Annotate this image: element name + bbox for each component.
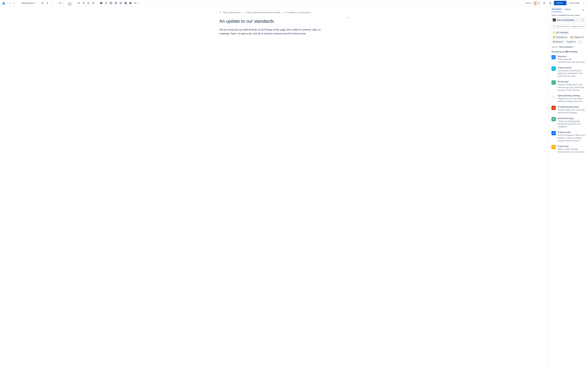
text-color-button[interactable]: A bbox=[67, 1, 73, 5]
indent-button[interactable] bbox=[91, 1, 95, 5]
filter-chip[interactable]: Promoted6 bbox=[551, 40, 565, 44]
template-item[interactable]: Project KickoffStart projects effectivel… bbox=[551, 66, 585, 78]
template-title: Project poster bbox=[558, 131, 585, 134]
filter-chip[interactable]: 🏆Featured14 bbox=[551, 35, 568, 39]
template-description: Organize and run your sprint planning me… bbox=[558, 97, 585, 103]
redo-button[interactable] bbox=[12, 1, 17, 5]
svg-point-29 bbox=[585, 3, 585, 3]
toolbar-right-group: Saved Publish... Close draft bbox=[525, 1, 586, 5]
template-search-input[interactable] bbox=[556, 25, 584, 28]
chevron-down-icon bbox=[582, 19, 584, 21]
template-search[interactable] bbox=[551, 24, 585, 29]
template-description: Define, scope, and plan milestones for y… bbox=[558, 148, 585, 153]
italic-button[interactable] bbox=[45, 1, 50, 5]
toolbar-separator bbox=[38, 1, 39, 5]
tab-import[interactable]: Import bbox=[565, 8, 571, 12]
svg-rect-40 bbox=[553, 146, 554, 148]
filter-chip[interactable]: 🔥Popular15 bbox=[569, 35, 585, 39]
breadcrumb-item[interactable]: Banc.ly Marketing bbox=[223, 11, 240, 14]
template-item[interactable]: Troubleshooting articleProvide solutions… bbox=[551, 106, 585, 114]
filter-chip[interactable]: ⭐My Templates bbox=[551, 31, 569, 34]
link-button[interactable] bbox=[104, 1, 108, 5]
svg-rect-24 bbox=[130, 2, 131, 4]
toolbar-left-group: Normal text A 123 bbox=[2, 1, 139, 5]
emoji-button[interactable] bbox=[118, 1, 123, 5]
close-draft-button[interactable]: Close draft bbox=[568, 1, 580, 5]
template-title: Project plan bbox=[558, 145, 585, 147]
breadcrumb-item[interactable]: Banc.ly Brand Standards and Guide… bbox=[247, 11, 282, 14]
action-item-button[interactable] bbox=[99, 1, 104, 5]
sort-dropdown[interactable]: Recommended bbox=[559, 46, 575, 48]
chevron-down-icon bbox=[62, 2, 63, 4]
chip-count: 15 bbox=[581, 36, 584, 38]
publish-button[interactable]: Publish... bbox=[554, 1, 567, 5]
template-title: Sprint planning meeting bbox=[558, 94, 585, 97]
template-description: Share news and announcements with your t… bbox=[558, 58, 585, 63]
breadcrumb-item[interactable]: ... bbox=[242, 11, 244, 14]
chevron-down-icon bbox=[70, 2, 72, 4]
insert-dropdown[interactable] bbox=[133, 1, 139, 5]
page-body[interactable]: Did you know you can add all kinds of co… bbox=[219, 28, 330, 35]
chip-label: Promoted bbox=[553, 41, 561, 43]
chip-emoji-icon: ⭐ bbox=[553, 31, 555, 34]
template-item[interactable]: Introductory blogCreate an interesting b… bbox=[551, 117, 585, 128]
svg-point-30 bbox=[553, 26, 555, 27]
main-area: Banc.ly Marketing / ... / Banc.ly Brand … bbox=[0, 6, 588, 370]
template-item[interactable]: Blog postShare news and announcements wi… bbox=[551, 55, 585, 63]
template-item[interactable]: 90-day planCreate a 90-day plan to help … bbox=[551, 81, 585, 92]
displaying-count-label: Displaying all 139 templates. bbox=[551, 51, 585, 53]
outdent-button[interactable] bbox=[86, 1, 91, 5]
template-icon bbox=[551, 81, 556, 85]
space-icon: ◆ bbox=[553, 19, 556, 21]
tab-templates[interactable]: Templates bbox=[551, 8, 562, 12]
chevron-down-icon bbox=[34, 2, 36, 4]
align-dropdown[interactable] bbox=[58, 1, 64, 5]
text-color-swatch bbox=[68, 5, 72, 5]
svg-rect-14 bbox=[83, 4, 84, 4]
breadcrumb-current: An update to our standards bbox=[285, 11, 310, 14]
svg-point-34 bbox=[553, 82, 554, 82]
sort-row: Sort by Recommended bbox=[551, 46, 585, 48]
svg-point-33 bbox=[580, 42, 580, 42]
sort-value: Recommended bbox=[559, 46, 572, 48]
svg-point-21 bbox=[121, 3, 121, 3]
app-logo-icon[interactable] bbox=[2, 1, 6, 5]
template-icon bbox=[551, 55, 556, 59]
pencil-icon bbox=[219, 11, 221, 14]
layouts-button[interactable] bbox=[128, 1, 133, 5]
more-actions-button[interactable] bbox=[582, 1, 586, 5]
template-description: Provide solutions for commonly encounter… bbox=[558, 109, 585, 114]
add-collaborator-button[interactable] bbox=[536, 1, 541, 5]
more-filters-button[interactable] bbox=[578, 40, 582, 44]
more-formatting-button[interactable] bbox=[50, 1, 54, 5]
bold-button[interactable] bbox=[40, 1, 45, 5]
close-panel-button[interactable] bbox=[581, 8, 585, 12]
template-item[interactable]: Project posterUse this template to defin… bbox=[551, 131, 585, 142]
svg-point-25 bbox=[544, 2, 545, 4]
toolbar-separator bbox=[97, 1, 97, 5]
template-list: Blog postShare news and announcements wi… bbox=[551, 55, 585, 153]
image-button[interactable] bbox=[109, 1, 113, 5]
filter-chip[interactable]: Custom9 bbox=[566, 40, 577, 44]
restrictions-button[interactable] bbox=[548, 1, 553, 5]
filter-chips: ⭐My Templates🏆Featured14🔥Popular15Promot… bbox=[551, 31, 585, 44]
svg-text:3: 3 bbox=[83, 3, 83, 4]
number-list-button[interactable]: 123 bbox=[81, 1, 86, 5]
page-title[interactable]: An update to our standards bbox=[219, 19, 330, 24]
find-replace-button[interactable] bbox=[542, 1, 547, 5]
panel-tabs: Templates Import bbox=[549, 6, 588, 12]
chip-label: My Templates bbox=[556, 31, 568, 34]
template-item[interactable]: Sprint planning meetingOrganize and run … bbox=[551, 94, 585, 103]
saved-status: Saved bbox=[525, 2, 531, 4]
text-style-dropdown[interactable]: Normal text bbox=[20, 1, 37, 5]
table-button[interactable] bbox=[123, 1, 128, 5]
svg-rect-12 bbox=[83, 3, 84, 3]
template-icon bbox=[551, 66, 556, 71]
undo-button[interactable] bbox=[8, 1, 12, 5]
mention-button[interactable] bbox=[114, 1, 118, 5]
page-width-toggle[interactable] bbox=[347, 16, 351, 20]
editor-area[interactable]: Banc.ly Marketing / ... / Banc.ly Brand … bbox=[0, 6, 549, 370]
template-item[interactable]: Project planDefine, scope, and plan mile… bbox=[551, 145, 585, 153]
bullet-list-button[interactable] bbox=[76, 1, 81, 5]
space-selector[interactable]: ◆ Banc.ly Marketing bbox=[551, 18, 585, 22]
